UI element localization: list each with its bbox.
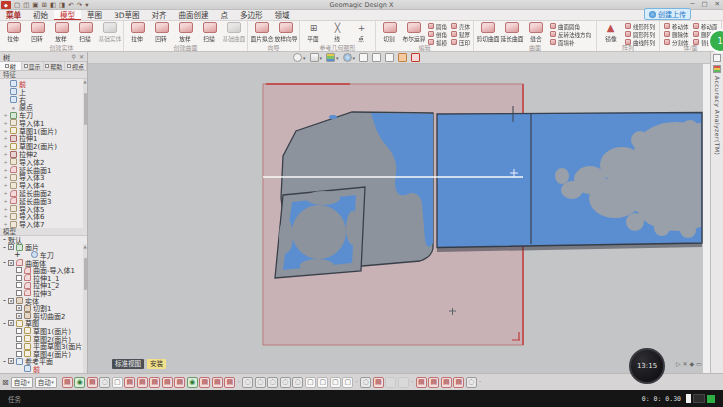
- ribbon-tab[interactable]: 模型: [54, 10, 81, 20]
- filter-combo-2[interactable]: 自动▾: [35, 377, 57, 388]
- expander-icon[interactable]: -: [3, 244, 6, 252]
- visibility-checkbox[interactable]: [16, 282, 22, 288]
- display-box-icon[interactable]: [310, 53, 319, 62]
- expander-icon[interactable]: +: [3, 135, 8, 141]
- visibility-checkbox[interactable]: [16, 313, 22, 319]
- tree-scrollbar[interactable]: ▲: [83, 79, 87, 228]
- zoom-area-icon[interactable]: [280, 377, 291, 388]
- shading-mode-icon[interactable]: [62, 377, 73, 388]
- filter-combo-1[interactable]: 自动▾: [11, 377, 33, 388]
- expander-icon[interactable]: +: [3, 167, 8, 173]
- ribbon-button[interactable]: 基础实体: [98, 22, 121, 43]
- panel-tab[interactable]: 帮助: [44, 62, 66, 70]
- cut-view-icon[interactable]: [373, 377, 384, 388]
- expander-icon[interactable]: -: [3, 258, 6, 267]
- ribbon-small-button[interactable]: 曲面圆角: [550, 22, 594, 30]
- region-select-icon[interactable]: [411, 53, 420, 62]
- expander-icon[interactable]: -: [3, 357, 6, 366]
- globe-mode-icon[interactable]: [74, 377, 85, 388]
- view-doc-4-icon[interactable]: [342, 377, 353, 388]
- recording-time-bubble[interactable]: 13:15: [629, 348, 665, 384]
- close-button[interactable]: ✕: [715, 0, 720, 8]
- panel-doc-icon[interactable]: [713, 54, 721, 62]
- color-layers-icon[interactable]: [326, 53, 335, 62]
- ribbon-button[interactable]: 剪切曲面: [476, 22, 499, 43]
- ribbon-small-button[interactable]: 倒角: [428, 30, 448, 38]
- expander-icon[interactable]: +: [3, 112, 8, 118]
- expander-icon[interactable]: +: [3, 221, 8, 227]
- expander-icon[interactable]: +: [3, 213, 8, 219]
- ribbon-tab[interactable]: 曲面创建: [173, 10, 215, 20]
- ribbon-tab[interactable]: 初始: [27, 10, 54, 20]
- model-scrollbar[interactable]: ▲: [83, 244, 87, 373]
- ribbon-tab[interactable]: 菜单: [0, 10, 27, 20]
- ribbon-button[interactable]: +点: [350, 22, 373, 43]
- ribbon-small-button[interactable]: 线形阵列: [625, 22, 657, 30]
- mirror-button[interactable]: ▲镜像: [599, 22, 622, 43]
- ribbon-button[interactable]: ╳线: [326, 22, 349, 43]
- profile-view-icon[interactable]: [453, 377, 464, 388]
- ribbon-button[interactable]: 布尔运算: [402, 22, 425, 43]
- inactive-2-icon[interactable]: [398, 377, 409, 388]
- note-view-icon[interactable]: [428, 377, 439, 388]
- sphere-view-icon[interactable]: [99, 377, 110, 388]
- grid-snap-icon[interactable]: [87, 377, 98, 388]
- view-doc-1-icon[interactable]: [305, 377, 316, 388]
- ribbon-tab[interactable]: 3D草图: [108, 10, 146, 20]
- separator[interactable]: [237, 377, 241, 388]
- ribbon-button[interactable]: 缝合: [524, 22, 547, 43]
- ribbon-small-button[interactable]: 圆形阵列: [625, 30, 657, 38]
- ribbon-small-button[interactable]: 反转法线方向: [550, 30, 594, 38]
- recorder-controls[interactable]: ▷ ✕ ◆ ▭: [676, 360, 702, 367]
- flag-view-icon[interactable]: [416, 377, 427, 388]
- tree-item[interactable]: 上: [0, 88, 87, 96]
- accuracy-analyzer-icon[interactable]: [713, 65, 721, 73]
- split-view-icon[interactable]: [385, 53, 394, 62]
- globe-icon[interactable]: [343, 53, 352, 62]
- panel-close-icon[interactable]: ✕: [79, 53, 84, 60]
- model-tree-item[interactable]: - 参考平面: [0, 358, 87, 366]
- merge-tool-icon[interactable]: [212, 377, 223, 388]
- panel-tab[interactable]: 显示: [22, 62, 44, 70]
- tree-item[interactable]: + 草图2(面片): [0, 142, 87, 150]
- expander-icon[interactable]: -: [3, 319, 6, 328]
- measure-icon[interactable]: [398, 53, 407, 62]
- zoom-out-icon[interactable]: [267, 377, 278, 388]
- inactive-1-icon[interactable]: [385, 377, 396, 388]
- recorder-slider[interactable]: [686, 394, 691, 403]
- model-tree-item[interactable]: 拉伸3: [0, 289, 87, 297]
- visibility-checkbox[interactable]: [16, 305, 22, 311]
- table-view-icon[interactable]: [360, 377, 371, 388]
- smooth-tool-icon[interactable]: [149, 377, 160, 388]
- visibility-checkbox[interactable]: [16, 328, 22, 334]
- ribbon-button[interactable]: 拉伸: [126, 22, 149, 43]
- pin-icon[interactable]: ⚲: [72, 53, 76, 60]
- ribbon-button[interactable]: ⊞平面: [302, 22, 325, 43]
- circle-select-icon[interactable]: [466, 377, 477, 388]
- mesh-doc-icon[interactable]: [112, 377, 123, 388]
- expander-icon[interactable]: +: [3, 174, 8, 180]
- tree-item[interactable]: 前: [0, 80, 87, 88]
- ribbon-small-button[interactable]: 圆角: [428, 22, 448, 30]
- ribbon-button[interactable]: 切割: [378, 22, 401, 43]
- ribbon-button[interactable]: 面片拟合: [250, 22, 273, 43]
- ribbon-small-button[interactable]: 删除体: [664, 30, 690, 38]
- ribbon-button[interactable]: 放样向导: [274, 22, 297, 43]
- expander-icon[interactable]: +: [3, 159, 8, 165]
- viewport[interactable]: [88, 52, 710, 373]
- visibility-checkbox[interactable]: [16, 351, 22, 357]
- visibility-checkbox[interactable]: [16, 275, 22, 281]
- sheet-icon[interactable]: [372, 53, 381, 62]
- panel-tab[interactable]: 树: [0, 62, 22, 70]
- recorder-start-button[interactable]: [707, 395, 715, 403]
- user-view-icon[interactable]: [441, 377, 452, 388]
- visibility-checkbox[interactable]: [8, 260, 14, 266]
- zoom-fit-icon[interactable]: [242, 377, 253, 388]
- expander-icon[interactable]: +: [3, 120, 8, 126]
- dot-icon[interactable]: [478, 377, 482, 388]
- patch-tool-icon[interactable]: [187, 377, 198, 388]
- ribbon-tab[interactable]: 对齐: [146, 10, 173, 20]
- tree-item[interactable]: 右: [0, 96, 87, 104]
- maximize-button[interactable]: ▢: [701, 0, 707, 8]
- visibility-checkbox[interactable]: [8, 358, 14, 364]
